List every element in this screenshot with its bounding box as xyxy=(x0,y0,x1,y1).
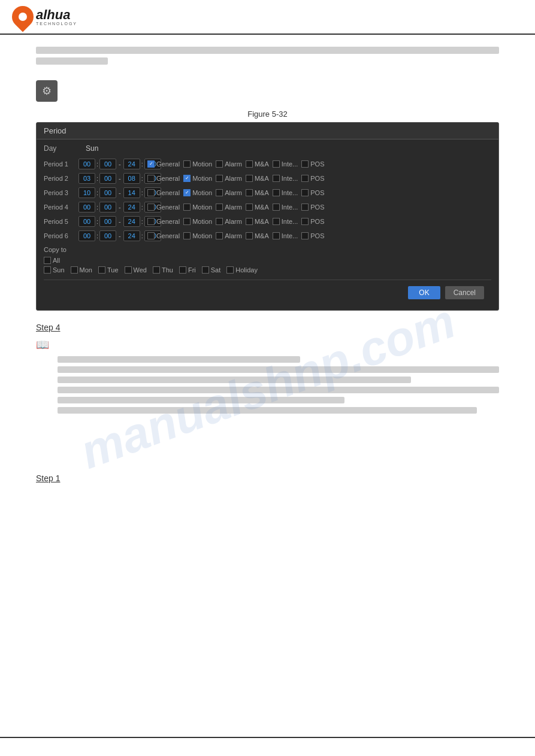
copy-sat[interactable]: Sat xyxy=(202,266,221,274)
ok-button[interactable]: OK xyxy=(408,286,440,299)
period-4-start-m[interactable] xyxy=(99,202,116,212)
period-6-motion[interactable]: Motion xyxy=(183,232,212,239)
period-1-end-h[interactable] xyxy=(123,159,140,169)
period-2-pos[interactable]: POS xyxy=(301,175,324,182)
cancel-button[interactable]: Cancel xyxy=(445,286,484,299)
copy-wed[interactable]: Wed xyxy=(125,266,147,274)
period-4-motion-cb[interactable] xyxy=(183,204,191,211)
period-5-pos[interactable]: POS xyxy=(301,218,324,225)
copy-all-item[interactable]: All xyxy=(44,257,60,264)
period-1-start-h[interactable] xyxy=(78,159,95,169)
period-3-start-m[interactable] xyxy=(99,187,116,198)
period-1-alarm[interactable]: Alarm xyxy=(216,160,242,168)
period-5-alarm-cb[interactable] xyxy=(216,218,223,225)
copy-thu[interactable]: Thu xyxy=(153,266,173,274)
period-1-ma-cb[interactable] xyxy=(246,160,253,168)
period-1-motion-cb[interactable] xyxy=(183,160,191,168)
period-5-inte[interactable]: Inte... xyxy=(273,218,298,225)
period-2-general-cb[interactable] xyxy=(147,175,155,182)
period-2-inte[interactable]: Inte... xyxy=(273,175,298,182)
period-1-pos-cb[interactable] xyxy=(301,160,309,168)
period-5-general[interactable]: General xyxy=(147,218,180,225)
copy-mon[interactable]: Mon xyxy=(71,266,92,274)
period-3-alarm-cb[interactable] xyxy=(216,189,223,196)
period-5-motion-cb[interactable] xyxy=(183,218,191,225)
period-2-alarm[interactable]: Alarm xyxy=(216,175,242,182)
period-4-pos[interactable]: POS xyxy=(301,204,324,211)
period-6-pos[interactable]: POS xyxy=(301,232,324,239)
period-1-alarm-cb[interactable] xyxy=(216,160,223,168)
period-6-motion-cb[interactable] xyxy=(183,232,191,239)
period-6-inte-cb[interactable] xyxy=(273,232,280,239)
period-3-inte[interactable]: Inte... xyxy=(273,189,298,196)
period-3-inte-cb[interactable] xyxy=(273,189,280,196)
period-5-start-m[interactable] xyxy=(99,216,116,227)
period-6-inte[interactable]: Inte... xyxy=(273,232,298,239)
period-6-ma[interactable]: M&A xyxy=(246,232,269,239)
period-4-ma-cb[interactable] xyxy=(246,204,253,211)
period-2-start-h[interactable] xyxy=(78,173,95,184)
period-2-motion-cb[interactable] xyxy=(183,175,191,182)
period-2-alarm-cb[interactable] xyxy=(216,175,223,182)
copy-mon-cb[interactable] xyxy=(71,266,78,274)
period-5-alarm[interactable]: Alarm xyxy=(216,218,242,225)
copy-sun-cb[interactable] xyxy=(44,266,51,274)
period-6-pos-cb[interactable] xyxy=(301,232,309,239)
period-4-start-h[interactable] xyxy=(78,202,95,212)
period-5-pos-cb[interactable] xyxy=(301,218,309,225)
period-1-inte-cb[interactable] xyxy=(273,160,280,168)
period-4-motion[interactable]: Motion xyxy=(183,204,212,211)
period-4-general[interactable]: General xyxy=(147,204,180,211)
period-5-start-h[interactable] xyxy=(78,216,95,227)
period-4-ma[interactable]: M&A xyxy=(246,204,269,211)
period-6-general-cb[interactable] xyxy=(147,232,155,239)
period-4-pos-cb[interactable] xyxy=(301,204,309,211)
copy-all-cb[interactable] xyxy=(44,257,51,264)
period-5-end-h[interactable] xyxy=(123,216,140,227)
period-2-ma-cb[interactable] xyxy=(246,175,253,182)
copy-holiday-cb[interactable] xyxy=(226,266,234,274)
period-2-ma[interactable]: M&A xyxy=(246,175,269,182)
period-3-pos-cb[interactable] xyxy=(301,189,309,196)
period-1-pos[interactable]: POS xyxy=(301,160,324,168)
period-6-alarm[interactable]: Alarm xyxy=(216,232,242,239)
period-5-general-cb[interactable] xyxy=(147,218,155,225)
period-6-alarm-cb[interactable] xyxy=(216,232,223,239)
copy-tue[interactable]: Tue xyxy=(98,266,119,274)
copy-tue-cb[interactable] xyxy=(98,266,105,274)
period-5-motion[interactable]: Motion xyxy=(183,218,212,225)
period-3-ma[interactable]: M&A xyxy=(246,189,269,196)
period-4-alarm-cb[interactable] xyxy=(216,204,223,211)
period-2-motion[interactable]: Motion xyxy=(183,175,212,182)
period-6-start-h[interactable] xyxy=(78,230,95,241)
period-3-motion-cb[interactable] xyxy=(183,189,191,196)
period-1-motion[interactable]: Motion xyxy=(183,160,212,168)
copy-holiday[interactable]: Holiday xyxy=(226,266,258,274)
period-6-ma-cb[interactable] xyxy=(246,232,253,239)
period-5-ma-cb[interactable] xyxy=(246,218,253,225)
period-3-end-h[interactable] xyxy=(123,187,140,198)
period-1-general[interactable]: General xyxy=(147,160,180,168)
period-4-inte[interactable]: Inte... xyxy=(273,204,298,211)
period-2-inte-cb[interactable] xyxy=(273,175,280,182)
period-4-end-h[interactable] xyxy=(123,202,140,212)
period-2-pos-cb[interactable] xyxy=(301,175,309,182)
period-5-ma[interactable]: M&A xyxy=(246,218,269,225)
copy-wed-cb[interactable] xyxy=(125,266,132,274)
period-3-start-h[interactable] xyxy=(78,187,95,198)
period-3-pos[interactable]: POS xyxy=(301,189,324,196)
period-6-end-h[interactable] xyxy=(123,230,140,241)
copy-sat-cb[interactable] xyxy=(202,266,209,274)
period-1-ma[interactable]: M&A xyxy=(246,160,269,168)
period-3-alarm[interactable]: Alarm xyxy=(216,189,242,196)
period-1-inte[interactable]: Inte... xyxy=(273,160,298,168)
period-6-start-m[interactable] xyxy=(99,230,116,241)
period-4-general-cb[interactable] xyxy=(147,204,155,211)
period-4-inte-cb[interactable] xyxy=(273,204,280,211)
period-1-general-cb[interactable] xyxy=(147,160,155,168)
period-2-general[interactable]: General xyxy=(147,175,180,182)
period-6-general[interactable]: General xyxy=(147,232,180,239)
settings-button[interactable]: ⚙ xyxy=(36,80,58,102)
copy-sun[interactable]: Sun xyxy=(44,266,65,274)
period-3-general-cb[interactable] xyxy=(147,189,155,196)
